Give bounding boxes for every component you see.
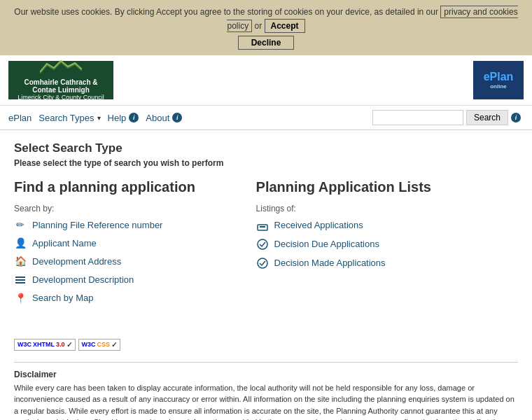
- eplan-logo: ePlan online: [473, 61, 524, 99]
- disclaimer-title: Disclaimer: [14, 370, 518, 379]
- nav-search-types-link[interactable]: Search Types: [38, 113, 94, 123]
- disclaimer-section: Disclaimer While every care has been tak…: [14, 362, 518, 420]
- cookie-message: Our website uses cookies. By clicking Ac…: [14, 7, 438, 17]
- map-pin-icon: 📍: [14, 293, 27, 304]
- pencil-icon: ✏: [14, 219, 27, 230]
- logo-left: Comhairle Cathrach & Contae Luimnigh Lim…: [8, 61, 113, 99]
- received-applications-link[interactable]: Received Applications: [274, 220, 363, 230]
- search-input[interactable]: [372, 110, 463, 125]
- person-icon: 👤: [14, 237, 27, 248]
- search-option-applicant[interactable]: 👤 Applicant Name: [14, 237, 256, 248]
- search-info-icon: i: [511, 113, 521, 122]
- logo-graphic: [40, 59, 82, 77]
- list-option-decision-due[interactable]: Decision Due Applications: [256, 238, 518, 250]
- decision-due-applications-link[interactable]: Decision Due Applications: [274, 239, 379, 249]
- inbox-icon: [256, 219, 269, 230]
- svg-rect-1: [15, 279, 25, 281]
- left-column-heading: Find a planning application: [14, 179, 256, 195]
- nav-about-link[interactable]: About: [146, 113, 169, 123]
- xhtml-version: 3.0: [56, 341, 65, 348]
- w3c-css-badge: W3C CSS ✓: [78, 339, 121, 351]
- search-button[interactable]: Search: [466, 110, 508, 125]
- disclaimer-text: While every care has been taken to displ…: [14, 382, 518, 420]
- xhtml-text: XHTML: [33, 341, 55, 348]
- nav-eplan[interactable]: ePlan: [8, 113, 34, 123]
- two-columns: Find a planning application Search by: ✏…: [14, 179, 518, 310]
- decline-button[interactable]: Decline: [238, 36, 295, 50]
- search-by-address-link[interactable]: Development Address: [32, 256, 121, 267]
- search-by-reference-link[interactable]: Planning File Reference number: [32, 220, 162, 230]
- right-column-heading: Planning Application Lists: [256, 179, 518, 195]
- svg-point-6: [258, 258, 267, 268]
- decision-made-applications-link[interactable]: Decision Made Applications: [274, 258, 386, 268]
- w3c-css-text: W3C: [82, 341, 96, 348]
- xhtml-check: ✓: [66, 341, 72, 349]
- eplan-brand-text: ePlan: [484, 71, 514, 83]
- css-check: ✓: [111, 341, 117, 349]
- decision-made-icon: [256, 257, 269, 269]
- list-icon: [14, 274, 27, 285]
- nav-help[interactable]: Help i: [108, 113, 142, 123]
- logo-text-main: Comhairle Cathrach & Contae Luimnigh: [15, 78, 106, 94]
- search-by-map-link[interactable]: Search by Map: [32, 293, 93, 303]
- css-text: CSS: [97, 341, 111, 348]
- search-types-arrow: ▾: [97, 114, 101, 122]
- nav-about[interactable]: About i: [146, 113, 185, 123]
- svg-rect-4: [260, 226, 265, 227]
- list-option-received[interactable]: Received Applications: [256, 219, 518, 230]
- svg-point-5: [258, 239, 267, 249]
- page-title: Select Search Type: [14, 141, 518, 155]
- about-info-icon: i: [172, 113, 182, 122]
- svg-rect-0: [15, 276, 25, 278]
- listings-label: Listings of:: [256, 204, 518, 214]
- council-logo: Comhairle Cathrach & Contae Luimnigh Lim…: [8, 61, 113, 99]
- search-by-applicant-link[interactable]: Applicant Name: [32, 238, 97, 248]
- list-option-decision-made[interactable]: Decision Made Applications: [256, 257, 518, 269]
- logo-text-sub: Limerick City & County Council: [18, 94, 104, 101]
- w3c-text: W3C: [18, 341, 31, 348]
- nav-eplan-link[interactable]: ePlan: [8, 113, 31, 123]
- cookie-banner: Our website uses cookies. By clicking Ac…: [0, 0, 532, 55]
- page-subtitle: Please select the type of search you wis…: [14, 158, 518, 168]
- search-option-reference[interactable]: ✏ Planning File Reference number: [14, 219, 256, 230]
- home-icon: 🏠: [14, 255, 27, 267]
- accept-button[interactable]: Accept: [265, 19, 305, 33]
- right-column: Planning Application Lists Listings of: …: [256, 179, 518, 310]
- nav-search-types[interactable]: Search Types ▾: [38, 113, 103, 123]
- search-option-map[interactable]: 📍 Search by Map: [14, 293, 256, 304]
- search-area: Search i: [372, 110, 524, 125]
- main-content: Select Search Type Please select the typ…: [0, 130, 532, 420]
- help-info-icon: i: [129, 113, 139, 122]
- search-option-description[interactable]: Development Description: [14, 274, 256, 285]
- search-by-label: Search by:: [14, 204, 256, 214]
- eplan-online-text: online: [490, 83, 507, 90]
- search-option-address[interactable]: 🏠 Development Address: [14, 255, 256, 267]
- search-by-description-link[interactable]: Development Description: [32, 274, 134, 285]
- decision-due-icon: [256, 238, 269, 250]
- nav-help-link[interactable]: Help: [108, 113, 127, 123]
- navbar: ePlan Search Types ▾ Help i About i Sear…: [0, 106, 532, 130]
- svg-rect-2: [15, 282, 25, 284]
- w3c-badges: W3C XHTML 3.0 ✓ W3C CSS ✓: [14, 339, 518, 351]
- left-column: Find a planning application Search by: ✏…: [14, 179, 256, 310]
- w3c-xhtml-badge: W3C XHTML 3.0 ✓: [14, 339, 76, 351]
- header: Comhairle Cathrach & Contae Luimnigh Lim…: [0, 55, 532, 106]
- cookie-or-text: or: [255, 21, 262, 31]
